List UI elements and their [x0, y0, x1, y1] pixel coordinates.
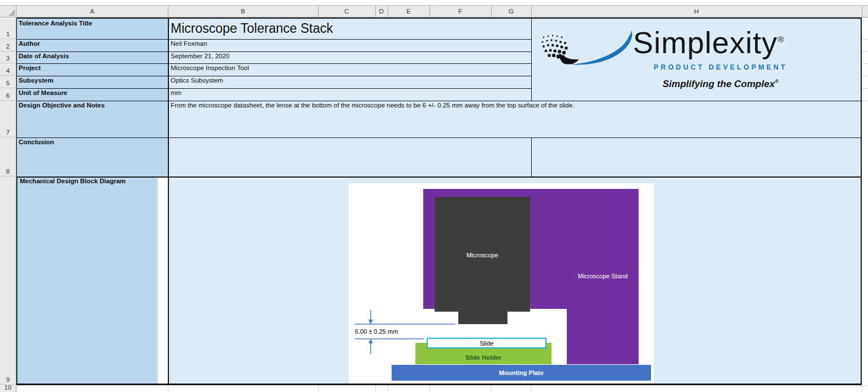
- divider-g-h-top: [531, 19, 532, 101]
- column-header-i-sliver[interactable]: [862, 5, 868, 18]
- row-header-9[interactable]: 9: [0, 176, 16, 385]
- row-header-4[interactable]: 4: [0, 63, 16, 76]
- row-header-6[interactable]: 6: [0, 88, 16, 101]
- cell-b6-unit-value[interactable]: mm: [168, 88, 531, 101]
- header-tick: [531, 6, 532, 17]
- cell-a4-project[interactable]: Project: [16, 63, 168, 76]
- row-header-2[interactable]: 2: [0, 39, 16, 51]
- gridline: [375, 385, 376, 392]
- simplexity-logo-icon: [537, 29, 634, 72]
- row-border-7-8: [16, 137, 862, 138]
- cell-b7-design-objective-value[interactable]: From the microscope datasheet, the lense…: [168, 101, 862, 137]
- row-header-3[interactable]: 3: [0, 51, 16, 63]
- tagline-text: Simplifying the Complex: [663, 79, 775, 89]
- gridline: [862, 385, 862, 392]
- cell-b4-project-value[interactable]: Microscope Inspection Tool: [168, 63, 531, 76]
- table-border-left: [16, 18, 17, 385]
- gridline: [318, 385, 319, 392]
- gridline: [862, 88, 868, 89]
- cell-b5-subsystem-value[interactable]: Optics Subsystem: [168, 76, 531, 88]
- gridline: [862, 101, 868, 101]
- registered-mark: ®: [778, 35, 784, 44]
- header-tick: [862, 6, 862, 17]
- header-tick: [491, 6, 492, 17]
- tagline-registered-mark: ®: [775, 79, 779, 84]
- header-tick: [429, 6, 430, 17]
- gridline: [168, 385, 168, 392]
- gridline: [862, 51, 868, 52]
- gridline: [531, 385, 532, 392]
- table-border-bottom: [16, 384, 862, 385]
- header-tick: [168, 6, 168, 17]
- row-border-8-9: [16, 176, 862, 178]
- header-tick: [375, 6, 376, 17]
- cell-a8-conclusion[interactable]: Conclusion: [16, 137, 168, 176]
- column-header-g[interactable]: G: [491, 5, 531, 18]
- gridline: [388, 385, 388, 392]
- microscope-label: Microscope: [435, 249, 530, 261]
- select-all-corner[interactable]: [0, 5, 16, 18]
- column-header-a[interactable]: A: [16, 5, 168, 18]
- cell-a5-subsystem[interactable]: Subsystem: [16, 76, 168, 88]
- logo-swoosh-icon: [537, 29, 634, 72]
- table-border-right: [861, 18, 862, 385]
- cell-b8-conclusion-value[interactable]: [168, 137, 862, 176]
- cell-b1-title-value[interactable]: Microscope Tolerance Stack: [168, 19, 531, 39]
- divider-a-b: [168, 19, 169, 384]
- gridline: [862, 385, 868, 386]
- column-header-b[interactable]: B: [168, 5, 318, 18]
- header-tick: [388, 6, 388, 17]
- cell-a7-design-objective[interactable]: Design Objective and Notes: [16, 101, 168, 137]
- row-border-2-3: [16, 51, 531, 52]
- gridline: [862, 63, 868, 64]
- cell-a9-mechanical-design-block-diagram[interactable]: Mechanical Design Block Diagram: [16, 176, 158, 385]
- microscope-stand-label: Microscope Stand: [567, 270, 639, 282]
- block-diagram-image[interactable]: Microscope Stand Microscope Slide Holder…: [349, 183, 654, 384]
- microscope-stand-column: [567, 309, 639, 364]
- column-header-f[interactable]: F: [429, 5, 491, 18]
- row-border-4-5: [16, 76, 531, 76]
- row-border-3-4: [16, 63, 531, 64]
- header-tick: [318, 6, 319, 17]
- table-border-top: [16, 18, 862, 19]
- cell-a6-unit-of-measure[interactable]: Unit of Measure: [16, 88, 168, 101]
- gridline: [862, 39, 868, 40]
- cell-b2-author-value[interactable]: Neil Foxman: [168, 39, 531, 51]
- row-header-10[interactable]: 10: [0, 385, 16, 392]
- row-header-5[interactable]: 5: [0, 76, 16, 88]
- logo-brand-wordmark: Simplexity®: [633, 23, 784, 59]
- mounting-plate-block: Mounting Plate: [392, 365, 651, 381]
- divider-g-h-row8: [531, 137, 532, 176]
- logo-tagline: Simplifying the Complex®: [636, 79, 805, 90]
- cell-a3-date-of-analysis[interactable]: Date of Analysis: [16, 51, 168, 63]
- row-header-1[interactable]: 1: [0, 19, 16, 39]
- row-header-7[interactable]: 7: [0, 101, 16, 137]
- row-border-1-2: [16, 39, 531, 40]
- gridline: [862, 76, 868, 76]
- brand-text: Simplexity: [633, 25, 778, 59]
- column-header-c[interactable]: C: [318, 5, 375, 18]
- column-header-d[interactable]: D: [375, 5, 388, 18]
- logo-subtitle: PRODUCT DEVELOPMENT: [633, 63, 808, 71]
- gridline: [491, 385, 492, 392]
- row-border-6-7: [16, 101, 862, 101]
- row-header-8[interactable]: 8: [0, 137, 16, 176]
- cell-b3-date-value[interactable]: September 21, 2020: [168, 51, 531, 63]
- column-header-e[interactable]: E: [388, 5, 429, 18]
- microscope-snout: [458, 312, 507, 324]
- column-header-h[interactable]: H: [531, 5, 862, 18]
- cell-a1-tolerance-analysis-title[interactable]: Tolerance Analysis Title: [16, 19, 168, 39]
- dimension-label: 6.00 ± 0.25 mm: [355, 328, 417, 336]
- cell-a2-author[interactable]: Author: [16, 39, 168, 51]
- gridline: [429, 385, 430, 392]
- row-border-5-6: [16, 88, 531, 89]
